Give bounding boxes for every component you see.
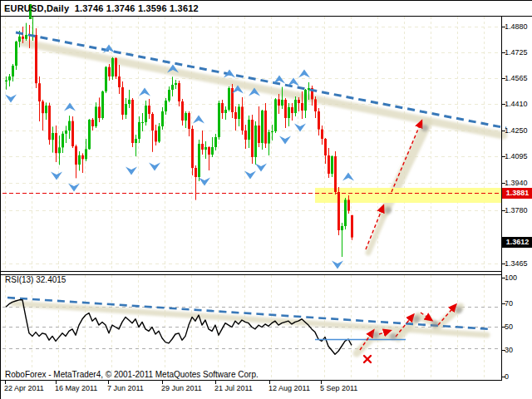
- mt4-chart-window: EURUSD,Daily 1.3746 1.3746 1.3596 1.3612…: [0, 0, 532, 399]
- forecast-dot: [413, 316, 420, 323]
- price-axis-label: 1.3780: [505, 206, 528, 214]
- price-axis-label: 1.4250: [505, 126, 528, 135]
- fractal-up-icon: [64, 103, 76, 111]
- date-axis-label: 7 Jun 2011: [107, 384, 144, 392]
- chart-canvas[interactable]: [1, 1, 532, 399]
- date-axis-label: 29 Jun 2011: [161, 384, 202, 392]
- fractal-down-icon: [279, 136, 291, 145]
- fractal-up-icon: [298, 70, 310, 78]
- price-axis-label: 1.3465: [505, 259, 528, 268]
- rsi-axis-label: 50: [505, 323, 513, 331]
- date-axis-label: 12 Aug 2011: [268, 384, 310, 392]
- copyright-text: RoboForex - MetaTrader4, © 2001-2011 Met…: [5, 370, 259, 379]
- fractal-up-icon: [342, 173, 354, 181]
- fractal-down-icon: [149, 163, 160, 171]
- price-axis-label: 1.4880: [505, 22, 528, 31]
- price-axis-label: 1.4410: [505, 100, 528, 108]
- support-zone: [315, 188, 501, 203]
- forecast-dot: [456, 307, 462, 313]
- rsi-indicator-label: RSI(13) 32.4015: [5, 275, 66, 284]
- fractal-down-icon: [126, 167, 137, 175]
- fractal-down-icon: [5, 95, 17, 103]
- fractal-up-icon: [193, 116, 204, 124]
- resistance-price-tag: 1.3881: [502, 188, 532, 199]
- fractal-down-icon: [68, 184, 80, 192]
- rsi-axis-label: 30: [505, 346, 513, 354]
- price-axis-label: 1.4725: [505, 48, 528, 57]
- current-price-tag: 1.3612: [502, 237, 532, 248]
- forecast-dot: [372, 332, 379, 338]
- fractal-down-icon: [244, 171, 256, 180]
- price-axis-label: 1.3940: [505, 179, 528, 187]
- fractal-down-icon: [51, 172, 62, 180]
- price-axis-label: 1.4565: [505, 74, 528, 82]
- rsi-axis-label: 0: [505, 372, 509, 381]
- date-axis-label: 16 May 2011: [55, 384, 97, 392]
- date-axis-label: 22 Apr 2011: [4, 384, 44, 392]
- forecast-dot: [431, 321, 438, 328]
- fractal-up-icon: [273, 76, 285, 84]
- forecast-dot: [390, 333, 397, 340]
- rsi-axis-label: 70: [505, 299, 513, 308]
- price-axis-label: 1.4095: [505, 152, 528, 160]
- date-axis-label: 5 Sep 2011: [320, 384, 357, 392]
- forecast-dot: [421, 125, 428, 131]
- fractal-down-icon: [332, 261, 343, 269]
- chart-title: EURUSD,Daily 1.3746 1.3746 1.3596 1.3612: [4, 3, 199, 13]
- fractal-down-icon: [199, 178, 210, 186]
- forecast-dot: [385, 207, 392, 214]
- fractal-down-icon: [255, 164, 267, 172]
- fractal-up-icon: [139, 88, 150, 96]
- rsi-axis-label: 100: [505, 273, 517, 282]
- date-axis-label: 21 Jul 2011: [214, 384, 253, 392]
